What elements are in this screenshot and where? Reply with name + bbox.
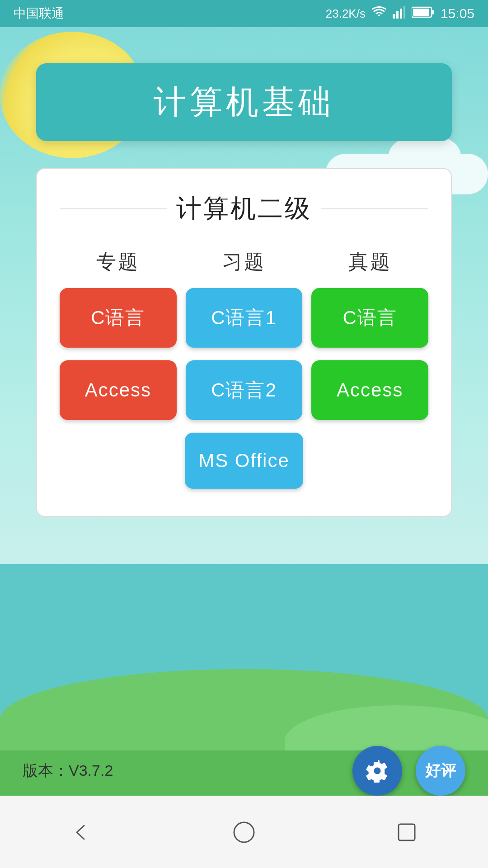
btn-msoffice-exercises[interactable]: MS Office <box>185 433 303 489</box>
card-title: 计算机二级 <box>167 192 321 226</box>
footer-buttons: 好评 <box>352 746 465 796</box>
btn-c-language-real[interactable]: C语言 <box>311 288 428 348</box>
wifi-icon <box>372 6 386 22</box>
version-label: 版本：V3.7.2 <box>23 760 113 781</box>
btn-c-language1-exercises[interactable]: C语言1 <box>186 288 303 348</box>
status-bar: 中国联通 23.2K/s 15:05 <box>0 0 488 27</box>
button-grid-row2: Access C语言2 Access <box>60 360 428 420</box>
recent-button[interactable] <box>391 816 422 848</box>
svg-rect-8 <box>399 824 415 840</box>
column-headers: 专题 习题 真题 <box>60 249 428 275</box>
col-header-specialty: 专题 <box>60 249 177 275</box>
home-button[interactable] <box>228 816 260 848</box>
button-grid-row1: C语言 C语言1 C语言 <box>60 288 428 348</box>
speed-label: 23.2K/s <box>326 7 366 21</box>
carrier-label: 中国联通 <box>14 5 64 22</box>
svg-rect-6 <box>413 9 429 16</box>
card-title-wrapper: 计算机二级 <box>60 192 428 226</box>
svg-rect-5 <box>432 10 434 14</box>
btn-access-specialty[interactable]: Access <box>60 360 177 420</box>
msoffice-wrapper: MS Office <box>60 433 428 489</box>
signal-icon <box>393 6 405 22</box>
main-card: 计算机二级 专题 习题 真题 C语言 C语言1 C语言 Access C语言2 … <box>36 168 452 517</box>
time-label: 15:05 <box>441 6 474 21</box>
title-banner[interactable]: 计算机基础 <box>36 63 452 141</box>
col-header-exercises: 习题 <box>186 249 303 275</box>
back-button[interactable] <box>66 816 97 848</box>
svg-rect-2 <box>400 9 402 19</box>
col-header-real: 真题 <box>311 249 428 275</box>
review-button[interactable]: 好评 <box>416 746 465 796</box>
settings-button[interactable] <box>352 746 402 796</box>
btn-access-real[interactable]: Access <box>311 360 428 420</box>
nav-bar <box>0 796 488 868</box>
battery-icon <box>412 6 434 21</box>
footer: 版本：V3.7.2 好评 <box>0 746 488 796</box>
btn-c-language2-exercises[interactable]: C语言2 <box>186 360 303 420</box>
svg-rect-0 <box>393 14 395 19</box>
svg-point-7 <box>234 822 254 842</box>
right-status: 23.2K/s 15:05 <box>326 6 474 22</box>
review-label: 好评 <box>425 760 456 781</box>
svg-rect-1 <box>396 11 399 19</box>
banner-text: 计算机基础 <box>154 84 334 120</box>
gear-icon <box>366 759 389 783</box>
btn-c-language-specialty[interactable]: C语言 <box>60 288 177 348</box>
svg-rect-3 <box>404 6 405 19</box>
